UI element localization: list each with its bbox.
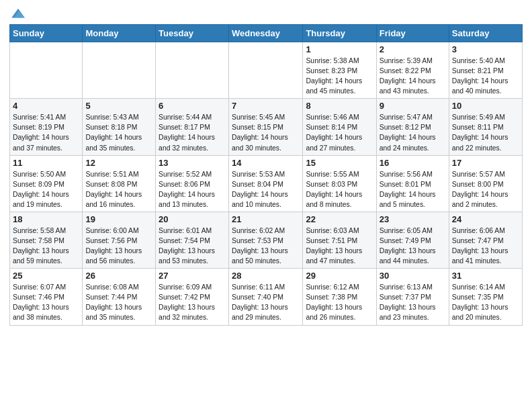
day-number: 30 (380, 271, 446, 281)
calendar-cell-w5-d4: 28Sunrise: 6:11 AM Sunset: 7:40 PM Dayli… (228, 269, 302, 325)
calendar-cell-w5-d6: 30Sunrise: 6:13 AM Sunset: 7:37 PM Dayli… (376, 269, 449, 325)
calendar-cell-w5-d3: 27Sunrise: 6:09 AM Sunset: 7:42 PM Dayli… (156, 269, 229, 325)
day-number: 12 (85, 158, 152, 168)
weekday-header-monday: Monday (83, 25, 156, 42)
header (9, 7, 523, 20)
weekday-header-row: SundayMondayTuesdayWednesdayThursdayFrid… (10, 25, 523, 42)
day-number: 23 (380, 214, 446, 224)
day-info: Sunrise: 6:13 AM Sunset: 7:37 PM Dayligh… (380, 282, 446, 322)
weekday-header-tuesday: Tuesday (156, 25, 229, 42)
page: SundayMondayTuesdayWednesdayThursdayFrid… (0, 0, 532, 332)
day-number: 20 (159, 214, 226, 224)
calendar-table: SundayMondayTuesdayWednesdayThursdayFrid… (9, 24, 523, 326)
logo (9, 7, 26, 20)
day-info: Sunrise: 5:38 AM Sunset: 8:23 PM Dayligh… (306, 56, 373, 96)
week-row-2: 4Sunrise: 5:41 AM Sunset: 8:19 PM Daylig… (10, 99, 523, 155)
day-info: Sunrise: 6:09 AM Sunset: 7:42 PM Dayligh… (159, 282, 226, 322)
calendar-cell-w4-d2: 19Sunrise: 6:00 AM Sunset: 7:56 PM Dayli… (83, 212, 156, 268)
day-info: Sunrise: 6:12 AM Sunset: 7:38 PM Dayligh… (306, 282, 373, 322)
weekday-header-friday: Friday (376, 25, 449, 42)
calendar-cell-w2-d1: 4Sunrise: 5:41 AM Sunset: 8:19 PM Daylig… (10, 99, 83, 155)
day-info: Sunrise: 5:56 AM Sunset: 8:01 PM Dayligh… (380, 169, 446, 210)
calendar-cell-w4-d3: 20Sunrise: 6:01 AM Sunset: 7:54 PM Dayli… (156, 212, 229, 268)
calendar-cell-w3-d6: 16Sunrise: 5:56 AM Sunset: 8:01 PM Dayli… (376, 155, 449, 212)
day-info: Sunrise: 5:52 AM Sunset: 8:06 PM Dayligh… (159, 169, 226, 210)
weekday-header-thursday: Thursday (303, 25, 376, 42)
day-info: Sunrise: 6:00 AM Sunset: 7:56 PM Dayligh… (85, 226, 152, 266)
calendar-cell-w4-d7: 24Sunrise: 6:06 AM Sunset: 7:47 PM Dayli… (449, 212, 522, 268)
day-number: 29 (306, 271, 373, 281)
calendar-cell-w4-d4: 21Sunrise: 6:02 AM Sunset: 7:53 PM Dayli… (228, 212, 302, 268)
calendar-cell-w2-d4: 7Sunrise: 5:45 AM Sunset: 8:15 PM Daylig… (228, 99, 302, 155)
day-number: 7 (232, 101, 300, 111)
day-info: Sunrise: 5:39 AM Sunset: 8:22 PM Dayligh… (380, 56, 446, 96)
day-number: 1 (306, 44, 373, 54)
weekday-header-saturday: Saturday (449, 25, 522, 42)
day-info: Sunrise: 5:55 AM Sunset: 8:03 PM Dayligh… (306, 169, 373, 210)
day-number: 6 (159, 101, 226, 111)
calendar-cell-w5-d7: 31Sunrise: 6:14 AM Sunset: 7:35 PM Dayli… (449, 269, 522, 325)
calendar-cell-w2-d7: 10Sunrise: 5:49 AM Sunset: 8:11 PM Dayli… (449, 99, 522, 155)
calendar-cell-w1-d4 (228, 42, 302, 99)
day-info: Sunrise: 5:41 AM Sunset: 8:19 PM Dayligh… (13, 112, 79, 152)
week-row-3: 11Sunrise: 5:50 AM Sunset: 8:09 PM Dayli… (10, 155, 523, 212)
day-number: 9 (380, 101, 446, 111)
day-number: 2 (380, 44, 446, 54)
calendar-cell-w3-d2: 12Sunrise: 5:51 AM Sunset: 8:08 PM Dayli… (83, 155, 156, 212)
day-info: Sunrise: 6:08 AM Sunset: 7:44 PM Dayligh… (85, 282, 152, 322)
calendar-cell-w1-d1 (10, 42, 83, 99)
day-info: Sunrise: 5:51 AM Sunset: 8:08 PM Dayligh… (85, 169, 152, 210)
day-info: Sunrise: 6:14 AM Sunset: 7:35 PM Dayligh… (452, 282, 519, 322)
calendar-cell-w3-d4: 14Sunrise: 5:53 AM Sunset: 8:04 PM Dayli… (228, 155, 302, 212)
calendar-cell-w3-d5: 15Sunrise: 5:55 AM Sunset: 8:03 PM Dayli… (303, 155, 376, 212)
calendar-cell-w1-d3 (156, 42, 229, 99)
day-number: 8 (306, 101, 373, 111)
calendar-cell-w3-d7: 17Sunrise: 5:57 AM Sunset: 8:00 PM Dayli… (449, 155, 522, 212)
day-number: 21 (232, 214, 300, 224)
calendar-cell-w3-d3: 13Sunrise: 5:52 AM Sunset: 8:06 PM Dayli… (156, 155, 229, 212)
day-number: 4 (13, 101, 79, 111)
day-info: Sunrise: 5:58 AM Sunset: 7:58 PM Dayligh… (13, 226, 79, 266)
day-number: 5 (85, 101, 152, 111)
day-info: Sunrise: 5:49 AM Sunset: 8:11 PM Dayligh… (452, 112, 519, 152)
week-row-4: 18Sunrise: 5:58 AM Sunset: 7:58 PM Dayli… (10, 212, 523, 268)
day-info: Sunrise: 5:43 AM Sunset: 8:18 PM Dayligh… (85, 112, 152, 152)
day-info: Sunrise: 6:01 AM Sunset: 7:54 PM Dayligh… (159, 226, 226, 266)
calendar-cell-w5-d2: 26Sunrise: 6:08 AM Sunset: 7:44 PM Dayli… (83, 269, 156, 325)
day-info: Sunrise: 6:02 AM Sunset: 7:53 PM Dayligh… (232, 226, 300, 266)
week-row-1: 1Sunrise: 5:38 AM Sunset: 8:23 PM Daylig… (10, 42, 523, 99)
calendar-cell-w2-d3: 6Sunrise: 5:44 AM Sunset: 8:17 PM Daylig… (156, 99, 229, 155)
calendar-cell-w4-d1: 18Sunrise: 5:58 AM Sunset: 7:58 PM Dayli… (10, 212, 83, 268)
calendar-cell-w4-d5: 22Sunrise: 6:03 AM Sunset: 7:51 PM Dayli… (303, 212, 376, 268)
day-info: Sunrise: 6:03 AM Sunset: 7:51 PM Dayligh… (306, 226, 373, 266)
day-number: 24 (452, 214, 519, 224)
logo-icon (11, 7, 26, 21)
day-info: Sunrise: 5:50 AM Sunset: 8:09 PM Dayligh… (13, 169, 79, 210)
day-number: 17 (452, 158, 519, 168)
calendar-cell-w1-d7: 3Sunrise: 5:40 AM Sunset: 8:21 PM Daylig… (449, 42, 522, 99)
calendar-cell-w2-d6: 9Sunrise: 5:47 AM Sunset: 8:12 PM Daylig… (376, 99, 449, 155)
day-number: 19 (85, 214, 152, 224)
weekday-header-wednesday: Wednesday (228, 25, 302, 42)
calendar-cell-w5-d5: 29Sunrise: 6:12 AM Sunset: 7:38 PM Dayli… (303, 269, 376, 325)
day-number: 16 (380, 158, 446, 168)
day-number: 31 (452, 271, 519, 281)
calendar-cell-w1-d6: 2Sunrise: 5:39 AM Sunset: 8:22 PM Daylig… (376, 42, 449, 99)
week-row-5: 25Sunrise: 6:07 AM Sunset: 7:46 PM Dayli… (10, 269, 523, 325)
calendar-cell-w2-d2: 5Sunrise: 5:43 AM Sunset: 8:18 PM Daylig… (83, 99, 156, 155)
day-info: Sunrise: 6:05 AM Sunset: 7:49 PM Dayligh… (380, 226, 446, 266)
day-number: 15 (306, 158, 373, 168)
day-info: Sunrise: 5:46 AM Sunset: 8:14 PM Dayligh… (306, 112, 373, 152)
day-number: 28 (232, 271, 300, 281)
day-number: 11 (13, 158, 79, 168)
day-info: Sunrise: 6:06 AM Sunset: 7:47 PM Dayligh… (452, 226, 519, 266)
day-info: Sunrise: 5:44 AM Sunset: 8:17 PM Dayligh… (159, 112, 226, 152)
day-info: Sunrise: 6:11 AM Sunset: 7:40 PM Dayligh… (232, 282, 300, 322)
day-number: 10 (452, 101, 519, 111)
day-info: Sunrise: 5:57 AM Sunset: 8:00 PM Dayligh… (452, 169, 519, 210)
day-info: Sunrise: 5:45 AM Sunset: 8:15 PM Dayligh… (232, 112, 300, 152)
calendar-cell-w3-d1: 11Sunrise: 5:50 AM Sunset: 8:09 PM Dayli… (10, 155, 83, 212)
day-info: Sunrise: 5:40 AM Sunset: 8:21 PM Dayligh… (452, 56, 519, 96)
day-info: Sunrise: 5:47 AM Sunset: 8:12 PM Dayligh… (380, 112, 446, 152)
day-number: 18 (13, 214, 79, 224)
